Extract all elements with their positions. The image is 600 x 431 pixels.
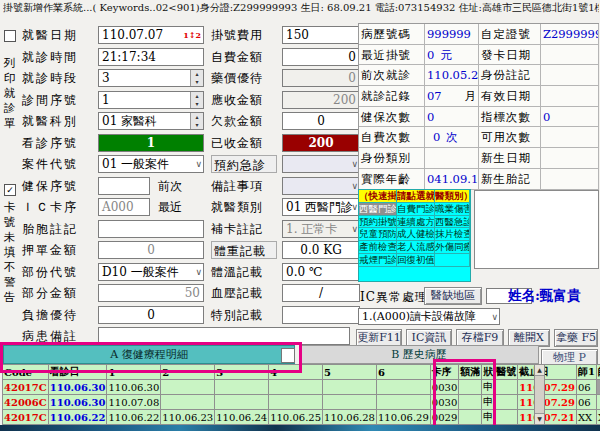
copay-amount-field[interactable]: 50 [98,284,204,302]
scroll-down-icon[interactable]: ▼ [535,413,544,424]
nhi-seq-field[interactable] [98,177,150,195]
scroll-up-icon[interactable]: ▲ [535,365,544,376]
col-3[interactable]: 3 [215,365,269,380]
quick-menu-header: 醫類別） [435,190,470,203]
quick-item-quit-smoking[interactable]: 戒煙門診 [359,254,397,267]
col-6[interactable]: 6 [376,365,430,380]
newborn-note-label: 新生胎記 [479,169,541,190]
deposit-label: 押單金額 [22,241,96,259]
quick-menu-header: 請點選就 [397,190,435,203]
room-seq-field[interactable]: 1▴▾ [98,91,204,109]
fetus-note-field[interactable] [98,220,204,238]
newborn-date-value [541,148,599,169]
col-code[interactable]: Code [3,365,49,380]
visit-record-label: 就診記錄 [359,86,425,107]
registration-window: 掛號新增作業系統...( Keywords..02<901)身分證:Z29999… [0,0,600,431]
patient-note-field[interactable] [98,327,350,345]
card-reissue-select: 1. 正常卡∨ [282,220,360,238]
visit-time-label: 就診時間 [22,48,96,66]
col-2[interactable]: 2 [161,365,215,380]
blood-pressure-field[interactable]: / [282,284,360,302]
copay-discount-field[interactable]: 0 [98,306,204,324]
quick-item-pap-smear[interactable]: 抹片檢查 [435,228,470,241]
no-card-warning-label: 卡號未填不警告 [3,200,16,305]
reserve-er-select[interactable]: ∨ [282,155,360,173]
col-therapist-2[interactable]: 師2 [596,365,600,380]
col-status[interactable]: 狀 [482,365,495,380]
nhi-seq-label: 健保序號 [22,177,96,195]
col-5[interactable]: 5 [323,365,377,380]
receivable-label: 應收金額 [211,91,277,109]
copay-code-label: 部份代號 [22,263,96,281]
col-visit-date[interactable]: 看診日 [48,365,107,380]
weight-label[interactable]: 體重記載 [211,241,277,259]
col-4[interactable]: 4 [269,365,323,380]
time-slot-field[interactable]: 3▴▾ [98,69,204,87]
quick-item-self-pay[interactable]: 自費門診 [397,203,435,216]
table-scrollbar[interactable]: ▲ ▼ [534,364,545,425]
spinner-icon[interactable]: ▴▾ [190,92,203,108]
temperature-field[interactable]: 0.0 ℃ [282,263,360,281]
col-therapist-1[interactable]: 師1 [576,365,596,380]
quick-item-er[interactable]: 西醫急診 [435,216,470,229]
quick-item-occupational[interactable]: 職業傷害 [435,203,470,216]
case-code-select[interactable]: 01 一般案件∨ [98,155,204,173]
weight-field[interactable]: 0.0 KG [282,241,360,259]
quick-item-prenatal[interactable]: 產前檢查 [359,241,397,254]
special-note-field[interactable] [282,306,360,324]
quick-item-western-clinic[interactable]: 西醫門診 [359,203,397,216]
remark-select[interactable]: ∨ [282,177,360,195]
ic-error-select[interactable]: 1.(A000)讀卡設備故障∨ [358,308,500,325]
quick-item-elder-flu[interactable]: 老人流感 [397,241,435,254]
quick-item-reservation[interactable]: 預約掛號 [359,216,397,229]
quick-item-refill[interactable]: 連續處方 [397,216,435,229]
chevron-down-icon: ∨ [351,181,358,191]
table-row[interactable]: 42017C110.06.30 110.06.30 0030 申 110.07.… [3,380,600,395]
col-1[interactable]: 1 [107,365,161,380]
prev-visit-value: 110.05.20 [425,65,479,86]
col-card-seq[interactable]: 卡序 [430,365,458,380]
reg-fee-field[interactable]: 150 [282,26,360,44]
ic-card-seq-field[interactable]: A000 [98,198,150,216]
patient-name: 姓名:甄富貴 [508,287,580,305]
table-row[interactable]: 42006C110.06.30 110.07.08 0030 申 110.07.… [3,395,600,410]
arrears-field[interactable]: 0 [282,112,360,130]
case-code-label: 案件代號 [22,155,96,173]
col-quota[interactable]: 額滿 [459,365,482,380]
spinner-icon[interactable]: ▴▾ [190,70,203,86]
tab-rehab-course-detail[interactable]: A 復健療程明細 [3,345,295,364]
print-slip-checkbox[interactable] [4,30,16,42]
quick-item-wound-care[interactable]: 外傷同療 [435,241,470,254]
blood-pressure-label: 血壓記載 [211,284,277,302]
no-card-warning-checkbox[interactable]: ✓ [4,184,16,196]
indicator-count-label: 指標次數 [479,107,541,128]
self-count-value: 0次 [425,127,479,148]
self-pay-field[interactable]: 0 [282,48,360,66]
col-doctor-no[interactable]: 醫號 [495,365,518,380]
visit-date-field[interactable]: 110.07.071↕2 [98,26,204,44]
nhi-seq-prev-label: 前次 [158,177,198,195]
table-row[interactable]: 42017C110.06.22 110.06.22110.06.23 110.0… [3,410,600,425]
chevron-down-icon: ∨ [195,267,202,277]
deposit-field[interactable]: 0 [98,241,204,259]
available-count-label: 可用次數 [479,127,541,148]
spinner-icon[interactable]: ▴▾ [190,113,203,129]
quick-item-child-prevent[interactable]: 兒童預防 [359,228,397,241]
newborn-date-label: 新生日期 [479,148,541,169]
visit-time-field[interactable]: 21:17:34 [98,48,204,66]
date-toggle-icon[interactable]: 1↕2 [183,29,201,41]
col-deadline[interactable]: 截止日 [518,365,577,380]
quick-register-panel: （快速掛 請點選就 醫類別） 西醫門診 自費門診 職業傷害 預約掛號 連續處方 … [358,189,471,282]
copay-code-select[interactable]: D10 一般案件∨ [98,263,204,281]
tab-history-record[interactable]: B 歷史病歷 [299,345,539,364]
region-shortage-button[interactable]: 醫缺地區 [424,287,482,305]
department-label: 就醫科別 [22,112,96,130]
get-medicine-f5-button[interactable]: 拿藥 F5 [554,329,598,347]
reserve-er-label[interactable]: 預約急診 [211,155,277,173]
tab-rehab-small-box[interactable] [281,348,295,363]
department-field[interactable]: 01 家醫科▴▾ [98,112,204,130]
quick-item-reset[interactable]: 回復初值 [397,254,435,267]
copay-amount-label: 部分金額 [22,284,96,302]
visit-type-select[interactable]: 01 西醫門診∨ [282,198,360,216]
quick-item-adult-checkup[interactable]: 成人健檢 [397,228,435,241]
